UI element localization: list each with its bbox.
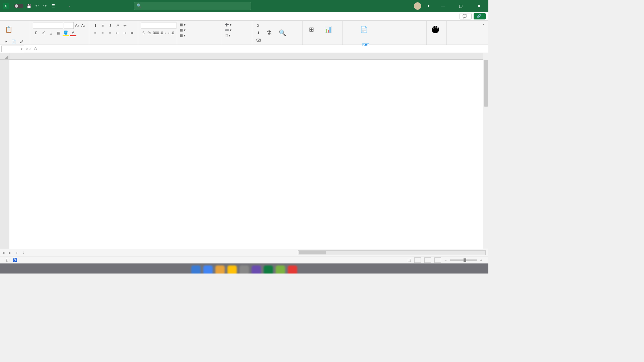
cut-icon[interactable]: ✂ xyxy=(3,39,9,45)
pdf-share-links[interactable]: 📄 xyxy=(345,22,382,37)
underline-icon[interactable]: U xyxy=(48,29,54,36)
windows-taskbar[interactable] xyxy=(0,263,488,274)
insert-cells[interactable]: ➕ ▾ xyxy=(225,22,249,27)
normal-view-icon[interactable] xyxy=(414,257,421,263)
taskbar-icon[interactable] xyxy=(264,265,273,274)
autosave-toggle[interactable] xyxy=(14,4,23,8)
touch-icon[interactable]: ☰ xyxy=(50,3,56,9)
horizontal-scrollbar[interactable] xyxy=(298,250,486,255)
zoom-slider[interactable] xyxy=(450,259,477,261)
titlebar: X 💾 ↶ ↷ ☰ ▾ 🔍 ✦ — ▢ ✕ xyxy=(0,0,488,12)
chatgpt-button[interactable]: GPT xyxy=(429,22,441,37)
inc-decimal-icon[interactable]: .0→ xyxy=(160,29,167,36)
cell-styles[interactable]: ▦ ▾ xyxy=(180,33,219,38)
find-select[interactable]: 🔍 xyxy=(276,25,288,40)
sheet-tabs: ◄ ► + ⋮ xyxy=(0,249,488,256)
currency-icon[interactable]: € xyxy=(141,29,146,36)
formula-bar: ✕ ✓ fx xyxy=(0,45,488,53)
percent-icon[interactable]: % xyxy=(147,29,152,36)
orientation-icon[interactable]: ↗ xyxy=(114,22,121,29)
conditional-formatting[interactable]: ▦ ▾ xyxy=(180,22,219,27)
hscroll-thumb[interactable] xyxy=(299,251,326,254)
format-as-table[interactable]: ▦ ▾ xyxy=(180,27,219,33)
maximize-button[interactable]: ▢ xyxy=(454,1,468,11)
save-icon[interactable]: 💾 xyxy=(26,3,32,9)
indent-right-icon[interactable]: ⇥ xyxy=(121,29,128,36)
cancel-formula-icon[interactable]: ✕ xyxy=(25,47,29,51)
select-all-button[interactable] xyxy=(0,53,9,60)
column-headers[interactable] xyxy=(9,53,483,60)
avatar[interactable] xyxy=(414,2,421,10)
search-box[interactable]: 🔍 xyxy=(134,2,251,10)
row-headers[interactable] xyxy=(0,60,9,249)
close-button[interactable]: ✕ xyxy=(472,1,486,11)
spreadsheet-grid[interactable] xyxy=(0,53,488,249)
vertical-scrollbar[interactable] xyxy=(483,53,488,249)
undo-icon[interactable]: ↶ xyxy=(34,3,40,9)
taskbar-icon[interactable] xyxy=(191,265,201,274)
scroll-thumb[interactable] xyxy=(484,60,488,107)
align-top-icon[interactable]: ⬆ xyxy=(92,22,99,29)
enter-formula-icon[interactable]: ✓ xyxy=(29,47,32,51)
clear-icon[interactable]: ⌫ xyxy=(255,37,262,44)
align-middle-icon[interactable]: ≡ xyxy=(99,22,106,29)
paste-button[interactable]: 📋 xyxy=(3,22,15,37)
formula-input[interactable] xyxy=(39,46,488,52)
taskbar-icon[interactable] xyxy=(288,265,297,274)
fill-icon[interactable]: ⬇ xyxy=(255,29,262,36)
sheet-nav-prev[interactable]: ◄ xyxy=(0,251,7,255)
redo-icon[interactable]: ↷ xyxy=(42,3,48,9)
decrease-font-icon[interactable]: A↓ xyxy=(81,22,87,29)
number-format[interactable] xyxy=(141,22,176,29)
taskbar-icon[interactable] xyxy=(203,265,213,274)
align-bottom-icon[interactable]: ⬇ xyxy=(107,22,113,29)
bold-icon[interactable]: F xyxy=(33,29,40,36)
page-break-view-icon[interactable] xyxy=(434,257,441,263)
align-center-icon[interactable]: ≡ xyxy=(99,29,106,36)
taskbar-icon[interactable] xyxy=(227,265,237,274)
wrap-text-icon[interactable]: ↩ xyxy=(121,22,128,29)
fx-icon[interactable]: fx xyxy=(32,47,39,51)
font-size[interactable] xyxy=(64,22,74,29)
taskbar-icon[interactable] xyxy=(215,265,225,274)
autosum-icon[interactable]: Σ xyxy=(255,22,262,29)
format-painter-icon[interactable]: 🖌 xyxy=(18,38,25,45)
new-sheet[interactable]: + xyxy=(13,251,20,255)
fill-color-icon[interactable]: 🪣 xyxy=(62,29,69,36)
display-settings[interactable]: ⬚ xyxy=(408,258,411,262)
page-layout-view-icon[interactable] xyxy=(424,257,431,263)
addins-button[interactable]: ⊞ xyxy=(305,22,317,37)
search-input[interactable] xyxy=(134,2,251,10)
statusbar: ⬚ ♿ ⬚ − + xyxy=(0,256,488,263)
border-icon[interactable]: ▦ xyxy=(55,29,62,36)
italic-icon[interactable]: K xyxy=(40,29,47,36)
font-name[interactable] xyxy=(33,22,63,29)
dec-decimal-icon[interactable]: ←.0 xyxy=(167,29,174,36)
collapse-ribbon-icon[interactable]: ˅ xyxy=(480,22,487,29)
zoom-out[interactable]: − xyxy=(444,258,446,262)
cells-area[interactable] xyxy=(9,60,483,249)
align-left-icon[interactable]: ≡ xyxy=(92,29,99,36)
zoom-in[interactable]: + xyxy=(480,258,482,262)
accessibility-status[interactable]: ♿ xyxy=(13,258,17,262)
taskbar-icon[interactable] xyxy=(239,265,249,274)
align-right-icon[interactable]: ≡ xyxy=(107,29,113,36)
premium-icon[interactable]: ✦ xyxy=(426,3,431,9)
name-box[interactable] xyxy=(1,46,24,52)
share-button[interactable]: 🔗 xyxy=(474,13,486,19)
merge-icon[interactable]: ⬌ xyxy=(128,29,135,36)
taskbar-icon[interactable] xyxy=(252,265,261,274)
taskbar-icon[interactable] xyxy=(276,265,285,274)
comments-button[interactable]: 💬 xyxy=(460,13,472,19)
data-analysis[interactable]: 📊 xyxy=(322,22,334,37)
minimize-button[interactable]: — xyxy=(436,1,449,11)
font-color-icon[interactable]: A xyxy=(70,29,76,36)
indent-left-icon[interactable]: ⇤ xyxy=(114,29,120,36)
thousands-icon[interactable]: 000 xyxy=(153,29,159,36)
increase-font-icon[interactable]: A↑ xyxy=(74,22,80,29)
sort-filter[interactable]: ⚗ xyxy=(263,25,275,40)
delete-cells[interactable]: ➖ ▾ xyxy=(225,27,249,33)
format-cells[interactable]: ⬚ ▾ xyxy=(225,33,249,38)
sheet-nav-next[interactable]: ► xyxy=(7,251,13,255)
copy-icon[interactable]: 📄 xyxy=(10,39,17,45)
